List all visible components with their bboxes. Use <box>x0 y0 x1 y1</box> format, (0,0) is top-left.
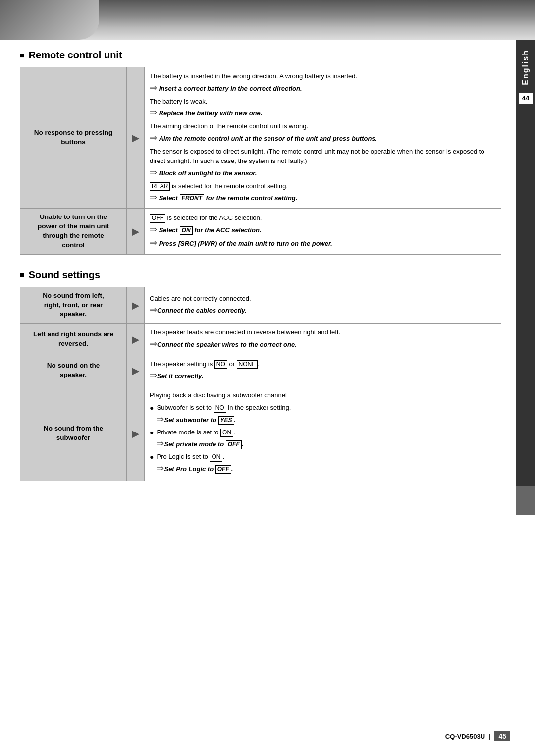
kbd-off: OFF <box>215 465 231 474</box>
kbd-front: FRONT <box>180 194 204 203</box>
solution-line: Cables are not correctly connected.⇒Conn… <box>150 294 496 317</box>
bullet-icon: ● <box>150 403 154 413</box>
solution-cell: OFF is selected for the ACC selection. ⇒… <box>145 209 501 255</box>
kbd-on: ON <box>180 226 193 235</box>
arrow-icon: ▶ <box>132 365 139 376</box>
fix-text: Replace the battery with new one. <box>159 109 263 117</box>
main-content: Remote control unit No response to press… <box>0 40 516 506</box>
arrow-icon: ▶ <box>132 132 139 143</box>
table-row: No response to pressingbuttons ▶ The bat… <box>20 67 501 209</box>
footer-separator: | <box>489 733 490 740</box>
right-sidebar: English 44 <box>516 40 535 486</box>
solution-line: The speaker setting is NO or NONE.⇒Set i… <box>150 359 496 382</box>
solution-line: The sensor is exposed to direct sunlight… <box>150 147 496 179</box>
remote-control-section-title: Remote control unit <box>20 50 501 61</box>
bullet-text: Private mode is set to ON. ⇒Set private … <box>157 428 243 451</box>
kbd-no: NO <box>214 404 226 413</box>
problem-cell: No sound from thesubwoofer <box>20 386 127 481</box>
arrow-cell: ▶ <box>127 287 145 324</box>
problem-cell: No sound on thespeaker. <box>20 355 127 386</box>
fix-text: Connect the speaker wires to the correct… <box>157 341 297 348</box>
solution-line: The speaker leads are connected in rever… <box>150 327 496 351</box>
solution-line: REAR is selected for the remote control … <box>150 181 496 205</box>
fix-text: Set private mode to OFF. <box>164 440 243 448</box>
table-row: Unable to turn on thepower of the main u… <box>20 209 501 255</box>
problem-cell: Unable to turn on thepower of the main u… <box>20 209 127 255</box>
solution-line: The battery is weak.⇒ Replace the batter… <box>150 97 496 120</box>
remote-control-table: No response to pressingbuttons ▶ The bat… <box>20 67 501 255</box>
page-number: 44 <box>519 93 533 104</box>
arrow-icon: ▶ <box>132 428 139 439</box>
solution-cell: The battery is inserted in the wrong dir… <box>145 67 501 209</box>
arrow-cell: ▶ <box>127 386 145 481</box>
kbd-rear: REAR <box>150 182 170 191</box>
kbd-on: ON <box>220 429 233 437</box>
table-row: No sound from thesubwoofer ▶ Playing bac… <box>20 386 501 481</box>
arrow-cell: ▶ <box>127 209 145 255</box>
solution-line: The aiming direction of the remote contr… <box>150 121 496 145</box>
bullet-item: ● Private mode is set to ON. ⇒Set privat… <box>150 428 496 451</box>
footer-model: CQ-VD6503U <box>445 733 485 740</box>
fix-text: Aim the remote control unit at the senso… <box>159 135 377 142</box>
language-label: English <box>521 50 530 85</box>
table-row: Left and right sounds arereversed. ▶ The… <box>20 324 501 355</box>
arrow-cell: ▶ <box>127 67 145 209</box>
footer-page: 45 <box>494 731 510 741</box>
fix-text: Set Pro Logic to OFF. <box>164 465 233 473</box>
bullet-icon: ● <box>150 428 154 438</box>
kbd-none: NONE <box>237 360 258 369</box>
fix-text: Set it correctly. <box>157 372 203 379</box>
header-image <box>0 0 535 40</box>
solution-line: The battery is inserted in the wrong dir… <box>150 71 496 95</box>
solution-line: OFF is selected for the ACC selection. ⇒… <box>150 213 496 250</box>
arrow-icon: ▶ <box>132 334 139 345</box>
table-row: No sound from left,right, front, or rear… <box>20 287 501 324</box>
sound-settings-table: No sound from left,right, front, or rear… <box>20 287 501 481</box>
fix-text: Select ON for the ACC selection. <box>159 226 262 234</box>
solution-cell: The speaker leads are connected in rever… <box>145 324 501 355</box>
problem-cell: No sound from left,right, front, or rear… <box>20 287 127 324</box>
arrow-icon: ▶ <box>132 300 139 311</box>
sound-settings-section-title: Sound settings <box>20 270 501 281</box>
table-row: No sound on thespeaker. ▶ The speaker se… <box>20 355 501 386</box>
bullet-icon: ● <box>150 452 154 462</box>
kbd-off: OFF <box>150 214 165 223</box>
fix-text: Select FRONT for the remote control sett… <box>159 194 298 202</box>
fix-text: Insert a correct battery in the correct … <box>159 85 302 92</box>
footer: CQ-VD6503U | 45 <box>445 731 510 741</box>
fix-text: Connect the cables correctly. <box>157 307 247 314</box>
bullet-item: ● Pro Logic is set to ON. ⇒Set Pro Logic… <box>150 452 496 475</box>
bottom-sidebar-bar <box>516 486 535 515</box>
fix-text: Block off sunlight to the sensor. <box>159 169 257 177</box>
solution-cell: The speaker setting is NO or NONE.⇒Set i… <box>145 355 501 386</box>
arrow-cell: ▶ <box>127 355 145 386</box>
arrow-icon: ▶ <box>132 226 139 237</box>
bullet-text: Pro Logic is set to ON. ⇒Set Pro Logic t… <box>157 452 233 475</box>
problem-cell: No response to pressingbuttons <box>20 67 127 209</box>
fix-text: Set subwoofer to YES. <box>164 416 236 424</box>
kbd-no: NO <box>214 360 227 369</box>
bullet-item: ● Subwoofer is set to NO in the speaker … <box>150 403 496 426</box>
solution-cell: Playing back a disc having a subwoofer c… <box>145 386 501 481</box>
solution-cell: Cables are not correctly connected.⇒Conn… <box>145 287 501 324</box>
bullet-text: Subwoofer is set to NO in the speaker se… <box>157 403 291 426</box>
arrow-cell: ▶ <box>127 324 145 355</box>
kbd-yes: YES <box>218 416 234 425</box>
subwoofer-header: Playing back a disc having a subwoofer c… <box>150 390 496 400</box>
kbd-on: ON <box>210 453 222 462</box>
fix-text: Press [SRC] (PWR) of the main unit to tu… <box>159 240 332 247</box>
problem-cell: Left and right sounds arereversed. <box>20 324 127 355</box>
kbd-off: OFF <box>226 440 242 449</box>
